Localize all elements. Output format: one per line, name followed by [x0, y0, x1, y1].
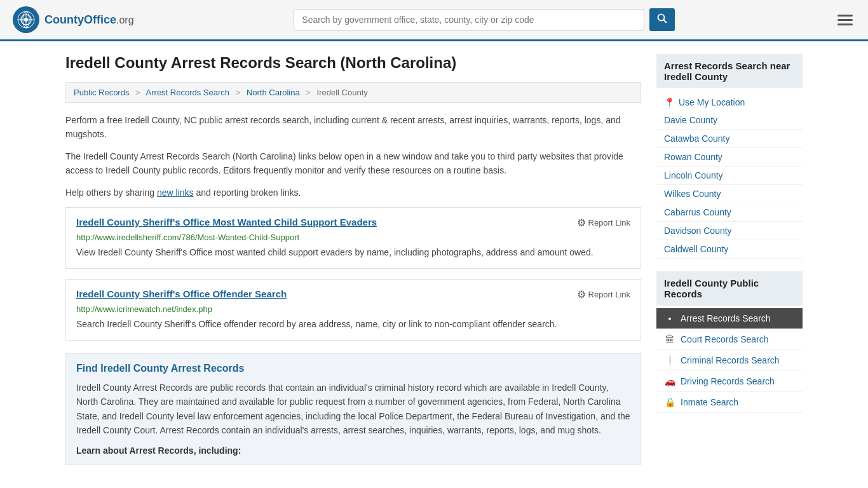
search-button[interactable] — [649, 8, 675, 31]
breadcrumb-arrest-records[interactable]: Arrest Records Search — [146, 88, 230, 97]
item-icon-4: 🔒 — [664, 397, 675, 407]
nearby-county-link-7[interactable]: Caldwell County — [656, 240, 803, 259]
nearby-counties-container: Davie CountyCatawba CountyRowan CountyLi… — [656, 111, 803, 259]
description-para3: Help others by sharing new links and rep… — [65, 186, 641, 200]
public-records-item-1[interactable]: 🏛 Court Records Search — [656, 329, 803, 350]
report-icon: ⚙ — [577, 217, 586, 229]
public-records-item-label-1: Court Records Search — [681, 334, 769, 344]
public-records-item-label-4: Inmate Search — [681, 397, 738, 407]
logo-area: CountyOffice.org — [13, 6, 134, 33]
logo-text[interactable]: CountyOffice.org — [44, 13, 134, 27]
sidebar-nearby-section: Arrest Records Search near Iredell Count… — [656, 54, 803, 259]
description-para2: The Iredell County Arrest Records Search… — [65, 149, 641, 178]
logo-icon — [13, 6, 39, 33]
nearby-county-link-1[interactable]: Catawba County — [656, 130, 803, 148]
new-links-link[interactable]: new links — [157, 187, 194, 198]
nearby-county-link-2[interactable]: Rowan County — [656, 148, 803, 166]
nearby-county-link-0[interactable]: Davie County — [656, 111, 803, 130]
find-section-body: Iredell County Arrest Records are public… — [76, 381, 630, 438]
sidebar-public-records-section: Iredell County Public Records ▪ Arrest R… — [656, 271, 803, 413]
location-pin-icon: 📍 — [664, 97, 675, 107]
link-card-desc: View Iredell County Sheriff's Office mos… — [76, 246, 630, 259]
link-card-title[interactable]: Iredell County Sheriff's Office Offender… — [76, 288, 287, 299]
nearby-county-link-4[interactable]: Wilkes County — [656, 185, 803, 203]
sidebar-nearby-header: Arrest Records Search near Iredell Count… — [656, 54, 803, 88]
link-card-url[interactable]: http://www.icrimewatch.net/index.php — [76, 304, 630, 314]
search-input[interactable] — [294, 9, 644, 30]
description-para1: Perform a free Iredell County, NC public… — [65, 113, 641, 142]
item-icon-0: ▪ — [664, 313, 675, 323]
nearby-county-link-3[interactable]: Lincoln County — [656, 166, 803, 185]
public-records-item-3[interactable]: 🚗 Driving Records Search — [656, 371, 803, 392]
public-records-item-label-2: Criminal Records Search — [681, 355, 780, 365]
link-card-1: Iredell County Sheriff's Office Offender… — [65, 279, 641, 341]
find-section-heading: Find Iredell County Arrest Records — [76, 363, 630, 374]
find-section-learn-label: Learn about Arrest Records, including: — [76, 445, 630, 456]
public-records-item-2[interactable]: ❕ Criminal Records Search — [656, 350, 803, 371]
public-records-item-label-0: Arrest Records Search — [681, 313, 771, 323]
sidebar-public-records-header: Iredell County Public Records — [656, 271, 803, 306]
link-card-title[interactable]: Iredell County Sheriff's Office Most Wan… — [76, 217, 377, 227]
report-link-button[interactable]: ⚙ Report Link — [577, 288, 630, 301]
item-icon-2: ❕ — [664, 355, 675, 365]
find-section: Find Iredell County Arrest Records Irede… — [65, 353, 641, 465]
link-cards-container: Iredell County Sheriff's Office Most Wan… — [65, 207, 641, 341]
page-title: Iredell County Arrest Records Search (No… — [65, 54, 641, 72]
search-area — [294, 8, 675, 31]
svg-point-6 — [658, 15, 665, 21]
link-card-0: Iredell County Sheriff's Office Most Wan… — [65, 207, 641, 269]
public-records-item-0[interactable]: ▪ Arrest Records Search — [656, 308, 803, 329]
sidebar: Arrest Records Search near Iredell Count… — [656, 54, 803, 465]
breadcrumb: Public Records > Arrest Records Search >… — [65, 82, 641, 103]
breadcrumb-public-records[interactable]: Public Records — [74, 88, 129, 97]
svg-line-7 — [664, 20, 667, 24]
report-link-button[interactable]: ⚙ Report Link — [577, 217, 630, 229]
nearby-county-link-5[interactable]: Cabarrus County — [656, 203, 803, 222]
nearby-county-link-6[interactable]: Davidson County — [656, 222, 803, 240]
public-records-container: ▪ Arrest Records Search 🏛 Court Records … — [656, 308, 803, 413]
public-records-item-4[interactable]: 🔒 Inmate Search — [656, 392, 803, 413]
link-card-header: Iredell County Sheriff's Office Most Wan… — [76, 217, 630, 229]
public-records-item-label-3: Driving Records Search — [681, 376, 775, 386]
page-container: Iredell County Arrest Records Search (No… — [53, 41, 815, 478]
link-card-url[interactable]: http://www.iredellsheriff.com/786/Most-W… — [76, 233, 630, 242]
use-my-location-button[interactable]: 📍 Use My Location — [656, 93, 803, 111]
breadcrumb-north-carolina[interactable]: North Carolina — [247, 88, 300, 97]
link-card-desc: Search Iredell County Sheriff's Office o… — [76, 318, 630, 331]
hamburger-menu-button[interactable] — [835, 12, 855, 28]
item-icon-3: 🚗 — [664, 376, 675, 386]
link-card-header: Iredell County Sheriff's Office Offender… — [76, 288, 630, 301]
item-icon-1: 🏛 — [664, 334, 675, 344]
breadcrumb-current: Iredell County — [317, 88, 368, 97]
main-content: Iredell County Arrest Records Search (No… — [65, 54, 641, 465]
report-icon: ⚙ — [577, 288, 586, 301]
site-header: CountyOffice.org — [0, 0, 868, 41]
